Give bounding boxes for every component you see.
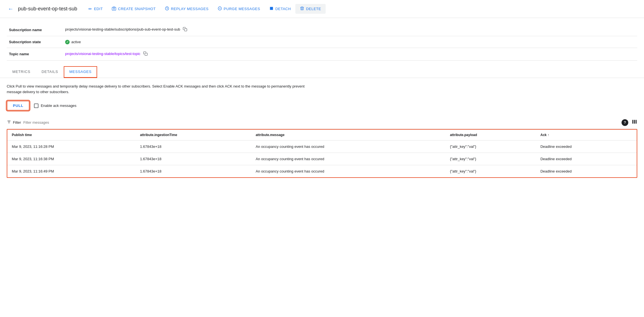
cell-message: An occupancy counting event has occured [251,141,446,153]
camera-icon [112,6,116,12]
subscription-name-label: Subscription name [7,24,63,36]
cell-payload: {"attr_key":"val"} [446,153,536,165]
ack-label-text: Enable ack messages [41,104,76,108]
copy-subscription-name-icon[interactable] [183,27,187,32]
create-snapshot-label: CREATE SNAPSHOT [118,7,156,11]
cell-payload: {"attr_key":"val"} [446,141,536,153]
cell-publish-time: Mar 9, 2023, 11:16:49 PM [7,165,136,178]
enable-ack-checkbox[interactable] [34,104,38,108]
tab-metrics[interactable]: METRICS [7,66,36,78]
subscription-state-label: Subscription state [7,36,63,48]
col-payload: attribute.payload [446,130,536,141]
edit-button[interactable]: ✏ EDIT [84,4,107,14]
subscription-name-row: Subscription name projects/visionai-test… [7,24,637,36]
active-badge: active [65,40,81,44]
edit-label: EDIT [94,7,103,11]
messages-section: Click Pull to view messages and temporar… [0,78,644,184]
filter-right: ? [622,119,637,126]
filter-icon [7,120,11,125]
info-table: Subscription name projects/visionai-test… [7,24,637,61]
col-message: attribute.message [251,130,446,141]
svg-rect-7 [145,53,147,56]
cell-publish-time: Mar 9, 2023, 11:16:38 PM [7,153,136,165]
filter-button[interactable]: Filter [7,120,21,125]
subscription-state-row: Subscription state active [7,36,637,48]
svg-rect-13 [636,120,636,123]
svg-point-1 [113,8,115,9]
subscription-state-value: active [63,36,637,48]
topic-name-row: Topic name projects/visionai-testing-sta… [7,48,637,60]
subscription-name-value: projects/visionai-testing-stable/subscri… [63,24,637,36]
messages-table: Publish time attribute.ingestionTime att… [7,130,637,177]
help-button[interactable]: ? [622,119,628,126]
purge-icon [218,6,222,12]
active-status-icon [65,40,70,44]
cell-publish-time: Mar 9, 2023, 11:16:28 PM [7,141,136,153]
purge-messages-button[interactable]: PURGE MESSAGES [213,4,265,14]
table-row: Mar 9, 2023, 11:16:49 PM 1.67843e+18 An … [7,165,637,178]
topic-name-label: Topic name [7,48,63,60]
table-row: Mar 9, 2023, 11:16:28 PM 1.67843e+18 An … [7,141,637,153]
columns-icon[interactable] [632,119,637,126]
tab-messages[interactable]: MESSAGES [64,66,97,78]
tabs-container: METRICS DETAILS MESSAGES [0,61,644,78]
edit-icon: ✏ [88,6,92,12]
cell-ingestion-time: 1.67843e+18 [136,141,251,153]
create-snapshot-button[interactable]: CREATE SNAPSHOT [107,4,160,14]
filter-messages-input[interactable] [21,120,622,125]
pull-button[interactable]: PULL [7,101,29,111]
cell-ingestion-time: 1.67843e+18 [136,165,251,178]
topic-name-value: projects/visionai-testing-stable/topics/… [63,48,637,60]
svg-rect-12 [634,120,635,123]
svg-rect-11 [632,120,633,123]
page-title: pub-sub-event-op-test-sub [18,6,77,12]
ack-label[interactable]: Enable ack messages [34,104,76,108]
topic-name-link[interactable]: projects/visionai-testing-stable/topics/… [65,52,140,56]
cell-payload: {"attr_key":"val"} [446,165,536,178]
replay-messages-label: REPLAY MESSAGES [171,7,209,11]
cell-ack: Deadline exceeded [536,141,637,153]
filter-row: Filter ? [7,116,637,129]
messages-description: Click Pull to view messages and temporar… [7,84,316,95]
detach-button[interactable]: DETACH [265,4,295,14]
detach-icon [269,6,274,12]
col-ingestion-time: attribute.ingestionTime [136,130,251,141]
subscription-name-text: projects/visionai-testing-stable/subscri… [65,27,180,31]
cell-ingestion-time: 1.67843e+18 [136,153,251,165]
svg-rect-5 [270,7,273,10]
filter-label: Filter [13,120,21,125]
svg-rect-0 [112,7,116,10]
active-status-text: active [71,40,81,44]
delete-icon [300,6,304,12]
table-header-row: Publish time attribute.ingestionTime att… [7,130,637,141]
delete-label: DELETE [306,7,321,11]
detach-label: DETACH [275,7,291,11]
col-ack: Ack ↑ [536,130,637,141]
cell-ack: Deadline exceeded [536,165,637,178]
table-row: Mar 9, 2023, 11:16:38 PM 1.67843e+18 An … [7,153,637,165]
cell-ack: Deadline exceeded [536,153,637,165]
toolbar: ← pub-sub-event-op-test-sub ✏ EDIT CREAT… [0,0,644,18]
copy-topic-name-icon[interactable] [143,52,148,57]
replay-messages-button[interactable]: REPLAY MESSAGES [160,4,213,14]
cell-message: An occupancy counting event has occured [251,165,446,178]
toolbar-actions: ✏ EDIT CREATE SNAPSHOT REPLAY MESSAGES P… [84,4,637,14]
tabs: METRICS DETAILS MESSAGES [7,66,637,78]
col-publish-time: Publish time [7,130,136,141]
purge-messages-label: PURGE MESSAGES [224,7,260,11]
ack-sort-icon[interactable]: ↑ [547,133,549,137]
back-button[interactable]: ← [7,4,15,13]
delete-button[interactable]: DELETE [295,4,326,14]
replay-icon [165,6,169,12]
pull-row: PULL Enable ack messages [7,101,637,111]
cell-message: An occupancy counting event has occured [251,153,446,165]
svg-rect-6 [184,29,187,31]
info-section: Subscription name projects/visionai-test… [0,18,644,61]
tab-details[interactable]: DETAILS [36,66,64,78]
back-icon: ← [8,6,13,12]
data-table-wrapper: Publish time attribute.ingestionTime att… [7,129,637,178]
